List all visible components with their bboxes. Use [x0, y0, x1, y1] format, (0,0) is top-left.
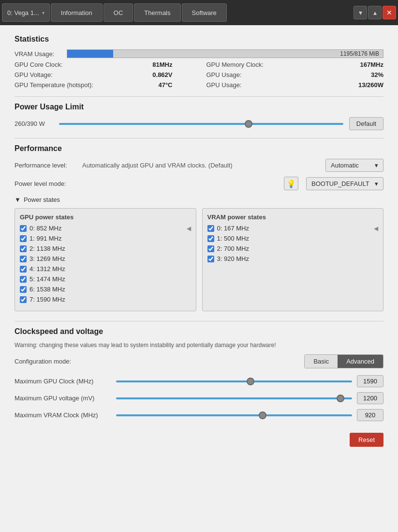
- stat-pair-clocks: GPU Core Clock: 81MHz GPU Memory Clock: …: [15, 61, 383, 68]
- gpu-label: 0: Vega 1...: [7, 9, 39, 16]
- reset-button[interactable]: Reset: [350, 433, 383, 447]
- gpu-usage-watt-value: 13/260W: [358, 81, 383, 89]
- max-gpu-voltage-row: Maximum GPU voltage (mV) 1200: [15, 392, 383, 404]
- gpu-state-1-label: 1: 991 MHz: [29, 235, 61, 242]
- statistics-title: Statistics: [15, 35, 383, 44]
- gpu-usage-percent-item: GPU Usage: 32%: [206, 71, 384, 78]
- gpu-memory-clock-label: GPU Memory Clock:: [206, 61, 264, 68]
- scroll-up-button[interactable]: ▴: [368, 6, 382, 19]
- vram-state-3-checkbox[interactable]: [207, 256, 214, 262]
- vram-state-2-checkbox[interactable]: [207, 245, 214, 252]
- gpu-temp-label: GPU Temperature (hotspot):: [15, 81, 93, 89]
- gpu-state-0-arrow-icon: ◀: [187, 225, 191, 232]
- gpu-state-4-checkbox[interactable]: [20, 266, 27, 273]
- power-slider[interactable]: [59, 119, 343, 129]
- gpu-temp-item: GPU Temperature (hotspot): 47°C: [15, 81, 192, 89]
- tab-thermals[interactable]: Thermals: [134, 3, 180, 22]
- vram-state-1-checkbox[interactable]: [207, 235, 214, 242]
- gpu-state-1: 1: 991 MHz: [20, 235, 191, 242]
- gpu-state-4: 4: 1312 MHz: [20, 265, 191, 273]
- gpu-state-0: 0: 852 MHz ◀: [20, 225, 191, 232]
- dropdown-caret-icon: ▾: [375, 162, 378, 169]
- advanced-mode-button[interactable]: Advanced: [338, 355, 383, 368]
- titlebar: 0: Vega 1... ▾ Information OC Thermals S…: [0, 0, 398, 25]
- vram-state-1: 1: 500 MHz: [207, 235, 379, 242]
- gpu-state-5-checkbox[interactable]: [20, 276, 27, 283]
- gpu-usage-percent-value: 32%: [371, 71, 383, 78]
- gpu-usage-watt-label: GPU Usage:: [206, 81, 242, 89]
- gpu-temp-value: 47°C: [158, 81, 192, 89]
- gpu-state-0-label: 0: 852 MHz: [29, 225, 61, 232]
- power-mode-dropdown[interactable]: BOOTUP_DEFAULT ▾: [306, 177, 383, 190]
- vram-state-2-label: 2: 700 MHz: [217, 245, 249, 252]
- performance-level-dropdown[interactable]: Automatic ▾: [325, 159, 383, 172]
- gpu-state-6: 6: 1538 MHz: [20, 286, 191, 293]
- max-gpu-voltage-thumb[interactable]: [337, 395, 344, 402]
- gpu-state-6-label: 6: 1538 MHz: [29, 286, 65, 293]
- config-mode-label: Configuration mode:: [15, 358, 300, 365]
- max-gpu-voltage-slider[interactable]: [116, 397, 352, 399]
- lightbulb-button[interactable]: 💡: [284, 177, 298, 190]
- gpu-voltage-value: 0.862V: [152, 71, 192, 78]
- vram-usage-row: VRAM Usage: 1195/8176 MiB: [15, 49, 383, 58]
- performance-level-desc: Automatically adjust GPU and VRAM clocks…: [82, 162, 321, 169]
- vram-state-0-arrow-icon: ◀: [374, 225, 378, 232]
- gpu-voltage-label: GPU Voltage:: [15, 71, 53, 78]
- default-button[interactable]: Default: [349, 117, 383, 130]
- vram-state-3-label: 3: 920 MHz: [217, 255, 249, 262]
- gpu-state-2-checkbox[interactable]: [20, 245, 27, 252]
- max-gpu-clock-thumb[interactable]: [247, 378, 254, 385]
- power-level-mode-label: Power level mode:: [15, 180, 77, 187]
- max-gpu-clock-value: 1590: [357, 375, 383, 387]
- gpu-state-0-checkbox[interactable]: [20, 225, 27, 232]
- gpu-state-7: 7: 1590 MHz: [20, 296, 191, 303]
- window-controls: ▾ ▴ ✕: [354, 6, 396, 19]
- gpu-memory-clock-value: 167MHz: [360, 61, 383, 68]
- gpu-power-states-box: GPU power states 0: 852 MHz ◀ 1: 991 MHz…: [15, 208, 196, 311]
- gpu-memory-clock-item: GPU Memory Clock: 167MHz: [206, 61, 384, 68]
- power-states-label: Power states: [24, 196, 60, 203]
- gpu-selector[interactable]: 0: Vega 1... ▾: [2, 3, 50, 22]
- config-mode-row: Configuration mode: Basic Advanced: [15, 354, 383, 368]
- gpu-core-clock-item: GPU Core Clock: 81MHz: [15, 61, 192, 68]
- max-gpu-clock-row: Maximum GPU Clock (MHz) 1590: [15, 375, 383, 387]
- max-vram-clock-thumb[interactable]: [259, 411, 266, 419]
- max-gpu-voltage-value: 1200: [357, 392, 383, 404]
- power-mode-dropdown-caret-icon: ▾: [375, 180, 378, 187]
- power-usage-title: Power Usage Limit: [15, 103, 383, 111]
- gpu-state-2-label: 2: 1138 MHz: [29, 245, 65, 252]
- gpu-state-4-label: 4: 1312 MHz: [29, 265, 65, 273]
- tab-oc[interactable]: OC: [103, 3, 133, 22]
- gpu-state-5: 5: 1474 MHz: [20, 275, 191, 283]
- power-states-section: ▼ Power states GPU power states 0: 852 M…: [15, 196, 383, 311]
- vram-state-0-label: 0: 167 MHz: [217, 225, 249, 232]
- max-vram-clock-slider[interactable]: [116, 414, 352, 416]
- gpu-state-3-checkbox[interactable]: [20, 256, 27, 262]
- vram-state-0: 0: 167 MHz ◀: [207, 225, 379, 232]
- stat-pair-temp: GPU Temperature (hotspot): 47°C GPU Usag…: [15, 81, 383, 89]
- basic-mode-button[interactable]: Basic: [305, 355, 338, 368]
- lightbulb-icon: 💡: [286, 179, 296, 188]
- gpu-state-6-checkbox[interactable]: [20, 286, 27, 293]
- gpu-state-7-checkbox[interactable]: [20, 296, 27, 303]
- scroll-down-button[interactable]: ▾: [354, 6, 367, 19]
- tab-information[interactable]: Information: [51, 3, 103, 22]
- vram-state-0-checkbox[interactable]: [207, 225, 214, 232]
- power-states-collapse-icon: ▼: [15, 196, 21, 203]
- gpu-power-states-title: GPU power states: [20, 213, 191, 221]
- gpu-state-3-label: 3: 1269 MHz: [29, 255, 65, 262]
- performance-title: Performance: [15, 144, 383, 153]
- gpu-dropdown-arrow: ▾: [42, 10, 44, 15]
- performance-level-row: Performance level: Automatically adjust …: [15, 159, 383, 172]
- gpu-usage-watt-item: GPU Usage: 13/260W: [206, 81, 384, 89]
- max-gpu-voltage-label: Maximum GPU voltage (mV): [15, 395, 111, 402]
- vram-power-states-box: VRAM power states 0: 167 MHz ◀ 1: 500 MH…: [202, 208, 384, 311]
- gpu-state-1-checkbox[interactable]: [20, 235, 27, 242]
- vram-value: 1195/8176 MiB: [340, 50, 379, 57]
- power-states-header[interactable]: ▼ Power states: [15, 196, 383, 203]
- max-gpu-clock-slider[interactable]: [116, 380, 352, 382]
- close-button[interactable]: ✕: [383, 6, 396, 19]
- max-vram-clock-label: Maximum VRAM Clock (MHz): [15, 411, 111, 419]
- power-slider-thumb[interactable]: [245, 120, 252, 128]
- tab-software[interactable]: Software: [182, 3, 227, 22]
